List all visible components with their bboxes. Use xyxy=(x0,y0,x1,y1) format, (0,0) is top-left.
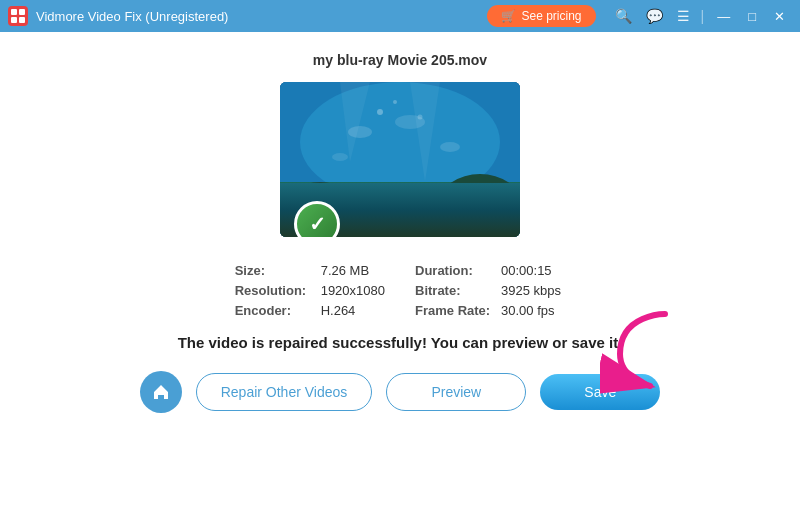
encoder-value: H.264 xyxy=(321,303,356,318)
cart-icon: 🛒 xyxy=(501,9,516,23)
duration-label: Duration: xyxy=(415,263,495,278)
stat-row-duration: Duration: 00:00:15 xyxy=(415,263,565,278)
svg-point-15 xyxy=(393,100,397,104)
success-message: The video is repaired successfully! You … xyxy=(178,334,623,351)
svg-rect-2 xyxy=(11,17,17,23)
svg-rect-3 xyxy=(19,17,25,23)
svg-point-5 xyxy=(300,82,500,202)
preview-button[interactable]: Preview xyxy=(386,373,526,411)
framerate-value: 30.00 fps xyxy=(501,303,555,318)
save-button-container: Save xyxy=(540,374,660,410)
stat-row-size: Size: 7.26 MB xyxy=(235,263,385,278)
encoder-label: Encoder: xyxy=(235,303,315,318)
resolution-value: 1920x1080 xyxy=(321,283,385,298)
check-icon: ✓ xyxy=(309,214,326,234)
app-title: Vidmore Video Fix (Unregistered) xyxy=(36,9,228,24)
stat-row-resolution: Resolution: 1920x1080 xyxy=(235,283,385,298)
home-button[interactable] xyxy=(140,371,182,413)
video-preview: ✓ xyxy=(280,82,520,237)
svg-point-9 xyxy=(440,174,520,230)
stat-row-framerate: Frame Rate: 30.00 fps xyxy=(415,303,565,318)
video-title: my blu-ray Movie 205.mov xyxy=(313,52,487,68)
svg-rect-1 xyxy=(19,9,25,15)
title-bar-right: 🛒 See pricing 🔍 💬 ☰ | — □ ✕ xyxy=(487,5,792,27)
close-button[interactable]: ✕ xyxy=(767,6,792,27)
see-pricing-button[interactable]: 🛒 See pricing xyxy=(487,5,595,27)
pricing-label: See pricing xyxy=(521,9,581,23)
framerate-label: Frame Rate: xyxy=(415,303,495,318)
minimize-button[interactable]: — xyxy=(710,6,737,27)
title-bar: Vidmore Video Fix (Unregistered) 🛒 See p… xyxy=(0,0,800,32)
stat-row-encoder: Encoder: H.264 xyxy=(235,303,385,318)
svg-point-13 xyxy=(332,153,348,161)
home-icon xyxy=(151,382,171,402)
app-logo xyxy=(8,6,28,26)
svg-point-8 xyxy=(355,190,445,234)
duration-value: 00:00:15 xyxy=(501,263,552,278)
search-icon-button[interactable]: 🔍 xyxy=(610,5,637,27)
save-button[interactable]: Save xyxy=(540,374,660,410)
stat-row-bitrate: Bitrate: 3925 kbps xyxy=(415,283,565,298)
size-label: Size: xyxy=(235,263,315,278)
buttons-row: Repair Other Videos Preview Save xyxy=(140,371,661,413)
svg-point-14 xyxy=(377,109,383,115)
svg-rect-0 xyxy=(11,9,17,15)
maximize-button[interactable]: □ xyxy=(741,6,763,27)
title-bar-left: Vidmore Video Fix (Unregistered) xyxy=(8,6,228,26)
size-value: 7.26 MB xyxy=(321,263,369,278)
chat-icon-button[interactable]: 💬 xyxy=(641,5,668,27)
separator: | xyxy=(701,8,705,24)
main-content: my blu-ray Movie 205.mov xyxy=(0,32,800,518)
repair-other-videos-button[interactable]: Repair Other Videos xyxy=(196,373,373,411)
bitrate-label: Bitrate: xyxy=(415,283,495,298)
resolution-label: Resolution: xyxy=(235,283,315,298)
stats-grid: Size: 7.26 MB Duration: 00:00:15 Resolut… xyxy=(235,263,566,318)
svg-point-12 xyxy=(440,142,460,152)
bitrate-value: 3925 kbps xyxy=(501,283,561,298)
menu-icon-button[interactable]: ☰ xyxy=(672,5,695,27)
